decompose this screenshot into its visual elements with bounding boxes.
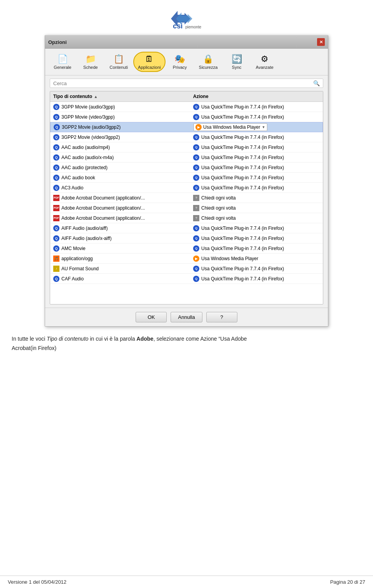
action-ask-icon: ? [193, 205, 199, 211]
body-text: In tutte le voci Tipo di contenuto in cu… [0, 327, 373, 361]
table-row[interactable]: Q 3GPP2 Movie (audio/3gpp2) ▶ Usa Window… [50, 122, 323, 132]
action-cell: QUsa QuickTime Plug-in 7.7.4 (in Firefox… [190, 184, 323, 192]
annulla-button[interactable]: Annulla [171, 312, 202, 322]
content-type-cell: Q CAF Audio [50, 275, 190, 283]
col2-header: Azione [190, 93, 323, 100]
help-button[interactable]: ? [206, 312, 237, 322]
table-row[interactable]: PDF Adobe Acrobat Document (application/… [50, 193, 323, 203]
body-text-line2: Acrobat(in Firefox) [12, 345, 56, 351]
toolbar-icon-contenuti: 📋 [113, 54, 124, 64]
body-text-bold: Adobe [136, 336, 153, 342]
qt-icon: Q [53, 144, 59, 150]
table-row[interactable]: PDF Adobe Acrobat Document (application/… [50, 213, 323, 223]
body-text-prefix: In tutte le voci [12, 336, 47, 342]
table-row[interactable]: PDF Adobe Acrobat Document (application/… [50, 203, 323, 213]
action-text: Usa QuickTime Plug-in 7.7.4 (in Firefox) [201, 165, 284, 170]
table-row[interactable]: 🎵 application/ogg ▶Usa Windows Media Pla… [50, 254, 323, 264]
qt-icon: Q [53, 276, 59, 282]
content-type-label: 3GPP Movie (audio/3gpp) [61, 104, 115, 110]
toolbar-btn-avanzate[interactable]: ⚙ Avanzate [251, 52, 278, 72]
search-icon: 🔍 [313, 80, 320, 86]
action-cell: QUsa QuickTime Plug-in 7.7.4 (in Firefox… [190, 275, 323, 283]
toolbar-btn-sicurezza[interactable]: 🔒 Sicurezza [194, 52, 222, 72]
table-row[interactable]: Q AIFF Audio (audio/x-aiff) QUsa QuickTi… [50, 233, 323, 243]
action-wmp-icon: ▶ [193, 256, 199, 262]
app-icon: 🎵 [53, 256, 59, 262]
action-text: Chiedi ogni volta [201, 205, 236, 211]
table-row[interactable]: Q 3GPP Movie (video/3gpp) QUsa QuickTime… [50, 112, 323, 122]
options-dialog: Opzioni ✕ 📄 Generale 📁 Schede 📋 Contenut… [45, 35, 328, 327]
dialog-title: Opzioni [48, 39, 67, 45]
toolbar-icon-privacy: 🎭 [174, 54, 185, 64]
toolbar-label-generale: Generale [54, 65, 71, 70]
action-cell: ▶Usa Windows Media Player [190, 255, 323, 262]
action-cell: QUsa QuickTime Plug-in 7.7.4 (in Firefox… [190, 113, 323, 121]
qt-icon: Q [54, 124, 60, 130]
action-text: Chiedi ogni volta [201, 195, 236, 201]
toolbar-btn-generale[interactable]: 📄 Generale [49, 52, 76, 72]
table-row[interactable]: Q AAC audio (audio/mp4) QUsa QuickTime P… [50, 142, 323, 152]
toolbar-icon-sync: 🔄 [232, 54, 242, 64]
action-cell: QUsa QuickTime Plug-in 7.7.4 (in Firefox… [190, 174, 323, 182]
toolbar-btn-applicazioni[interactable]: 🗓 Applicazioni [133, 52, 166, 72]
action-ask-icon: ? [193, 215, 199, 221]
content-type-label: AIFF Audio (audio/aiff) [61, 226, 108, 231]
table-row[interactable]: Q AAC audio (protected) QUsa QuickTime P… [50, 163, 323, 173]
action-qt-icon: Q [193, 164, 199, 171]
search-bar: 🔍 [50, 79, 323, 88]
toolbar-icon-applicazioni: 🗓 [145, 54, 153, 64]
toolbar-btn-contenuti[interactable]: 📋 Contenuti [105, 52, 132, 72]
dropdown-arrow-icon: ▼ [262, 125, 265, 129]
toolbar-icon-sicurezza: 🔒 [203, 54, 213, 64]
pdf-icon: PDF [53, 215, 59, 221]
table-row[interactable]: Q AMC Movie QUsa QuickTime Plug-in 7.7.4… [50, 243, 323, 254]
qt-icon: Q [53, 245, 59, 252]
action-qt-icon: Q [193, 175, 199, 181]
content-type-cell: Q AAC audio book [50, 174, 190, 182]
table-row[interactable]: Q AAC audio (audio/x-m4a) QUsa QuickTime… [50, 152, 323, 163]
toolbar-label-applicazioni: Applicazioni [138, 65, 161, 70]
ok-button[interactable]: OK [136, 312, 167, 322]
action-text: Usa QuickTime Plug-in 7.7.4 (in Firefox) [201, 276, 284, 282]
list-scroll[interactable]: Q 3GPP Movie (audio/3gpp) QUsa QuickTime… [50, 102, 323, 304]
toolbar-label-avanzate: Avanzate [256, 65, 274, 70]
toolbar-btn-privacy[interactable]: 🎭 Privacy [166, 52, 193, 72]
action-cell: QUsa QuickTime Plug-in 7.7.4 (in Firefox… [190, 154, 323, 161]
sort-arrow: ▲ [94, 94, 98, 99]
search-input[interactable] [53, 80, 313, 86]
dialog-titlebar: Opzioni ✕ [45, 36, 328, 49]
table-row[interactable]: ♪ AU Format Sound QUsa QuickTime Plug-in… [50, 264, 323, 274]
table-row[interactable]: Q 3GPP2 Movie (video/3gpp2) QUsa QuickTi… [50, 132, 323, 142]
action-dropdown[interactable]: ▶ Usa Windows Media Player ▼ [193, 123, 267, 131]
action-cell: QUsa QuickTime Plug-in 7.7.4 (in Firefox… [190, 133, 323, 141]
content-type-label: AAC audio book [61, 175, 95, 180]
content-type-cell: Q 3GPP Movie (audio/3gpp) [50, 103, 190, 111]
table-row[interactable]: Q 3GPP Movie (audio/3gpp) QUsa QuickTime… [50, 102, 323, 112]
toolbar-btn-schede[interactable]: 📁 Schede [77, 52, 104, 72]
content-type-label: AU Format Sound [61, 266, 99, 271]
csi-logo: csi piemonte [169, 7, 204, 30]
action-text: Usa QuickTime Plug-in 7.7.4 (in Firefox) [201, 246, 284, 251]
toolbar-btn-sync[interactable]: 🔄 Sync [223, 52, 250, 72]
action-cell: QUsa QuickTime Plug-in 7.7.4 (in Firefox… [190, 245, 323, 252]
action-cell: QUsa QuickTime Plug-in 7.7.4 (in Firefox… [190, 103, 323, 111]
page-footer: Versione 1 del 05/04/2012 Pagina 20 di 2… [0, 576, 373, 588]
action-cell: QUsa QuickTime Plug-in 7.7.4 (in Firefox… [190, 224, 323, 232]
content-type-cell: Q AAC audio (audio/x-m4a) [50, 154, 190, 161]
body-text-middle: in cui vi è la parola [89, 336, 137, 342]
table-row[interactable]: Q AAC audio book QUsa QuickTime Plug-in … [50, 173, 323, 183]
table-row[interactable]: Q AIFF Audio (audio/aiff) QUsa QuickTime… [50, 223, 323, 233]
content-type-label: 3GPP Movie (video/3gpp) [61, 114, 115, 120]
content-type-cell: ♪ AU Format Sound [50, 265, 190, 273]
qt-icon: Q [53, 154, 59, 161]
toolbar-label-schede: Schede [83, 65, 98, 70]
content-type-cell: Q AC3 Audio [50, 184, 190, 192]
list-header: Tipo di contenuto ▲ Azione [50, 91, 323, 102]
table-row[interactable]: Q CAF Audio QUsa QuickTime Plug-in 7.7.4… [50, 274, 323, 284]
toolbar-label-sync: Sync [232, 65, 241, 70]
content-type-label: Adobe Acrobat Document (application/... [61, 205, 145, 211]
content-type-cell: Q AIFF Audio (audio/aiff) [50, 224, 190, 232]
content-type-cell: 🎵 application/ogg [50, 255, 190, 262]
close-button[interactable]: ✕ [317, 38, 325, 46]
table-row[interactable]: Q AC3 Audio QUsa QuickTime Plug-in 7.7.4… [50, 183, 323, 193]
